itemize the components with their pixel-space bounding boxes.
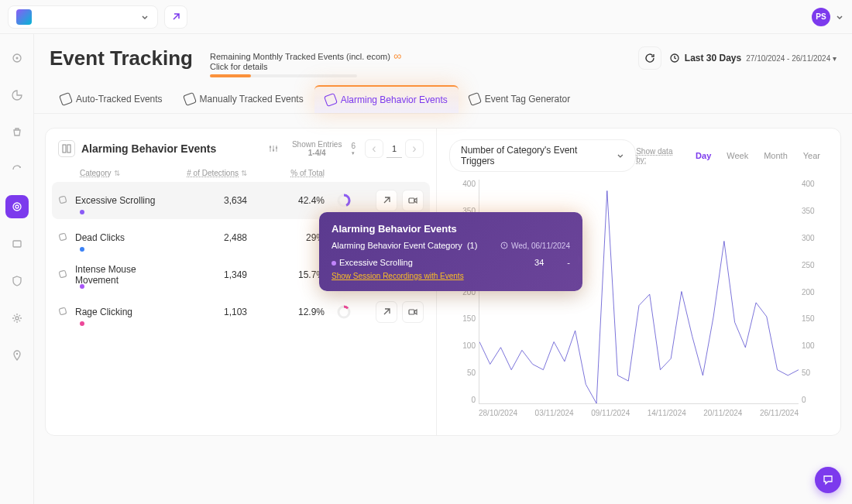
sidebar-recordings[interactable] [5,232,29,255]
color-dot [80,247,84,252]
shown-entries: Shown Entries 1-4/4 [292,140,342,157]
sidebar [0,34,34,504]
table-header: Category⇅ # of Detections⇅ % of Total [46,164,436,182]
record-button[interactable] [402,190,424,211]
project-selector[interactable] [8,5,158,29]
row-detections: 1,103 [170,307,247,317]
gran-week[interactable]: Week [719,148,756,163]
user-avatar[interactable]: PS [812,8,830,26]
sidebar-analytics[interactable] [5,84,29,107]
svg-rect-9 [63,145,66,153]
svg-point-7 [15,353,17,355]
tab-generator[interactable]: Event Tag Generator [459,85,582,113]
page-title: Event Tracking [50,46,193,70]
svg-rect-18 [59,233,67,241]
sidebar-events[interactable] [5,195,29,218]
sidebar-commerce[interactable] [5,121,29,144]
svg-point-4 [15,205,19,208]
table-settings-button[interactable] [264,139,283,158]
next-page-button[interactable]: › [405,139,424,158]
svg-rect-29 [409,310,414,314]
color-dot [80,210,84,214]
row-category: Intense Mouse Movement [75,264,170,286]
tag-icon [58,232,75,243]
chart-panel: ⇔ Number of Category's Event Triggers Sh… [437,129,840,435]
entries-per-page[interactable]: 6 ▾ [351,142,356,156]
tab-manually-tracked[interactable]: Manually Tracked Events [173,85,314,113]
color-dot [80,284,84,289]
svg-rect-17 [409,198,414,203]
gran-year[interactable]: Year [795,148,828,163]
svg-rect-10 [67,145,70,153]
row-detections: 2,488 [170,232,247,243]
tag-icon [468,92,482,106]
granularity-toggle: Show data by: Day Week Month Year [636,147,828,164]
row-detections: 1,349 [170,269,247,280]
chat-button[interactable] [815,467,841,493]
record-button[interactable] [402,301,424,323]
sidebar-location[interactable] [5,344,29,367]
open-button[interactable] [376,190,397,211]
row-donut [325,193,363,208]
pager: ‹ 1 › [365,139,424,158]
panel-icon [58,140,75,157]
chat-icon [822,474,834,486]
date-range-selector[interactable]: Last 30 Days 27/10/2024 - 26/11/2024 ▾ [669,53,837,63]
refresh-icon [644,53,655,63]
sidebar-privacy[interactable] [5,269,29,293]
panel-title: Alarming Behavior Events [81,142,216,155]
row-category: Dead Clicks [75,232,170,243]
tab-auto-tracked[interactable]: Auto-Tracked Events [50,85,173,113]
remaining-events-label: Remaining Monthly Tracked Events (incl. … [210,50,401,62]
tag-icon [324,93,338,107]
color-dot [80,321,84,326]
svg-rect-14 [59,196,67,204]
tab-alarming[interactable]: Alarming Behavior Events [314,85,459,113]
x-axis: 28/10/202403/11/202409/11/202414/11/2024… [479,409,799,427]
external-link-icon [170,12,181,22]
prev-page-button[interactable]: ‹ [365,139,383,158]
open-button[interactable] [376,301,397,323]
chart-tooltip: Alarming Behavior Events Alarming Behavi… [319,212,582,291]
row-percent: 12.9% [247,307,325,317]
tag-icon [58,269,75,280]
row-percent: 42.4% [247,195,325,206]
sort-icon[interactable]: ⇅ [114,169,120,177]
clock-icon [500,242,508,249]
svg-point-13 [276,147,277,149]
tag-icon [183,92,197,106]
svg-rect-22 [59,270,67,278]
topbar: PS [0,0,852,34]
row-detections: 3,634 [170,195,247,206]
tag-icon [59,92,73,106]
remaining-details-link[interactable]: Click for details [210,62,401,71]
table-row[interactable]: Rage Clicking 1,103 12.9% [46,293,436,331]
sort-icon[interactable]: ⇅ [241,169,247,177]
project-logo [16,9,32,25]
row-percent: 15.7% [247,269,325,280]
chevron-down-icon[interactable] [835,12,844,22]
row-percent: 29% [247,232,325,243]
svg-point-12 [273,149,274,151]
sidebar-settings[interactable] [5,307,29,330]
page-number: 1 [386,139,402,158]
svg-point-3 [13,203,21,211]
refresh-button[interactable] [638,46,661,70]
y-axis-right: 400350300250200150100500 [802,180,828,404]
svg-point-6 [15,317,19,320]
gran-month[interactable]: Month [756,148,795,163]
chevron-down-icon [617,152,624,159]
tabs: Auto-Tracked Events Manually Tracked Eve… [34,77,852,114]
tag-icon [58,307,75,317]
metric-select[interactable]: Number of Category's Event Triggers [449,139,636,172]
svg-point-2 [19,166,21,168]
svg-point-1 [15,57,18,60]
gran-day[interactable]: Day [688,148,719,163]
open-external-button[interactable] [164,5,187,29]
tooltip-recordings-link[interactable]: Show Session Recordings with Events [332,272,570,280]
sidebar-dashboard[interactable] [5,46,29,70]
sidebar-sessions[interactable] [5,158,29,181]
svg-point-11 [270,146,271,148]
chevron-down-icon [140,12,149,22]
row-category: Excessive Scrolling [75,195,170,206]
